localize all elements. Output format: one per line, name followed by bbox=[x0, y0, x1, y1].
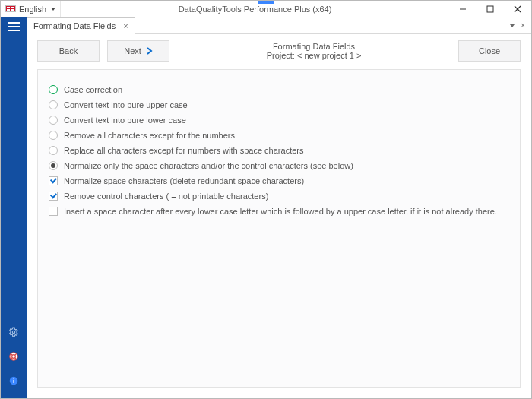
app-title: DataQualityTools Performance Plus (x64) bbox=[61, 5, 449, 14]
checkbox-insert-space-camelcase[interactable]: Insert a space character after every low… bbox=[49, 207, 509, 216]
window-controls bbox=[449, 1, 531, 17]
chevron-right-icon bbox=[146, 47, 153, 55]
radio-upper-case[interactable]: Convert text into pure upper case bbox=[49, 100, 509, 109]
option-label: Convert text into pure lower case bbox=[64, 116, 186, 125]
option-label: Convert text into pure upper case bbox=[64, 100, 188, 109]
radio-lower-case[interactable]: Convert text into pure lower case bbox=[49, 116, 509, 125]
options-panel: Case correction Convert text into pure u… bbox=[37, 69, 521, 388]
toolbar: Back Next Formating Data Fields Project:… bbox=[37, 40, 521, 62]
checkbox-icon bbox=[49, 176, 58, 185]
checkbox-icon bbox=[49, 192, 58, 201]
option-label: Remove control characters ( = not printa… bbox=[64, 192, 268, 201]
title-bar: English DataQualityTools Performance Plu… bbox=[1, 1, 531, 17]
option-label: Normalize space characters (delete redun… bbox=[64, 176, 304, 185]
tab-bar: Formating Data Fields × × bbox=[27, 17, 531, 34]
page-title: Formating Data Fields bbox=[273, 42, 355, 51]
lifebuoy-icon[interactable] bbox=[7, 350, 21, 363]
info-icon[interactable] bbox=[7, 374, 21, 388]
back-button[interactable]: Back bbox=[37, 40, 100, 62]
radio-icon bbox=[49, 146, 58, 155]
svg-point-4 bbox=[12, 331, 15, 334]
svg-rect-13 bbox=[13, 378, 14, 379]
radio-keep-numbers[interactable]: Remove all characters except for the num… bbox=[49, 131, 509, 140]
menu-button[interactable] bbox=[8, 22, 20, 31]
back-label: Back bbox=[59, 46, 78, 55]
checkbox-icon bbox=[49, 207, 58, 216]
chevron-down-icon[interactable] bbox=[510, 24, 515, 27]
sidebar bbox=[1, 17, 27, 398]
option-label: Replace all characters except for number… bbox=[64, 146, 303, 155]
option-label: Insert a space character after every low… bbox=[64, 207, 497, 216]
radio-normalize-spaces[interactable]: Normalize only the space characters and/… bbox=[49, 161, 509, 170]
tab-label: Formating Data Fields bbox=[33, 21, 116, 30]
project-label: Project: < new project 1 > bbox=[267, 51, 362, 60]
content-area: Formating Data Fields × × Back Next bbox=[27, 17, 531, 398]
close-icon[interactable]: × bbox=[123, 21, 128, 30]
tab-formating-data-fields[interactable]: Formating Data Fields × bbox=[27, 17, 135, 34]
close-window-button[interactable] bbox=[504, 1, 531, 17]
radio-icon bbox=[49, 116, 58, 125]
next-label: Next bbox=[124, 46, 141, 55]
minimize-button[interactable] bbox=[449, 1, 477, 17]
svg-rect-12 bbox=[13, 380, 14, 383]
checkbox-normalize-spaces[interactable]: Normalize space characters (delete redun… bbox=[49, 176, 509, 185]
svg-rect-1 bbox=[487, 6, 493, 12]
svg-point-6 bbox=[12, 355, 16, 359]
option-label: Case correction bbox=[64, 85, 122, 94]
language-selector[interactable]: English bbox=[1, 1, 61, 17]
option-label: Normalize only the space characters and/… bbox=[64, 161, 353, 170]
radio-icon bbox=[49, 100, 58, 109]
close-label: Close bbox=[479, 46, 500, 55]
next-button[interactable]: Next bbox=[107, 40, 169, 62]
radio-icon bbox=[49, 131, 58, 140]
radio-icon bbox=[49, 85, 58, 94]
radio-case-correction[interactable]: Case correction bbox=[49, 85, 509, 94]
radio-replace-with-spaces[interactable]: Replace all characters except for number… bbox=[49, 146, 509, 155]
option-label: Remove all characters except for the num… bbox=[64, 131, 235, 140]
checkbox-remove-control-chars[interactable]: Remove control characters ( = not printa… bbox=[49, 192, 509, 201]
flag-icon bbox=[5, 5, 16, 12]
close-button[interactable]: Close bbox=[458, 40, 521, 62]
close-icon[interactable]: × bbox=[521, 21, 525, 30]
tab-bar-actions: × bbox=[510, 17, 531, 33]
language-label: English bbox=[19, 5, 46, 14]
gear-icon[interactable] bbox=[7, 325, 21, 339]
chevron-down-icon bbox=[51, 8, 55, 11]
radio-icon bbox=[49, 161, 58, 170]
maximize-button[interactable] bbox=[477, 1, 504, 17]
quick-access-bar bbox=[258, 1, 274, 4]
